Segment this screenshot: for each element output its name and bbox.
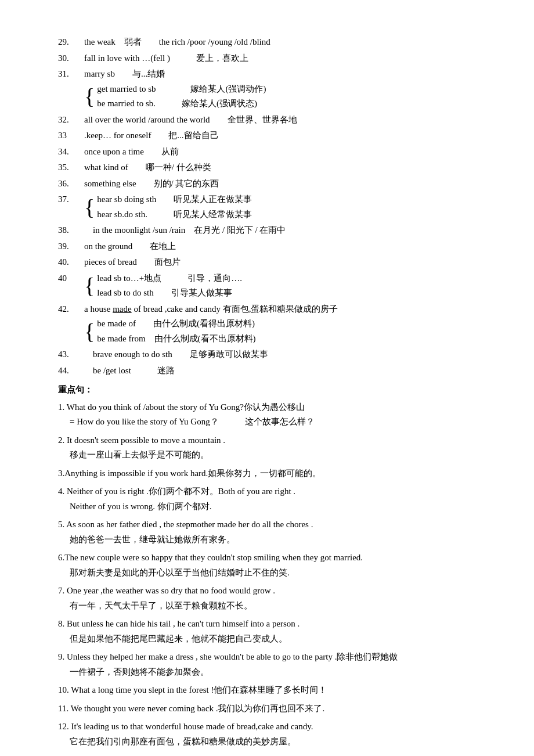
list-item: 30. fall in love with …(fell ) 爱上，喜欢上 (58, 51, 488, 66)
sentence-item: 10. What a long time you slept in the fo… (58, 683, 488, 698)
sentence-cn: 它在把我们引向那座有面包，蛋糕和糖果做成的美妙房屋。 (70, 735, 488, 750)
item-text: in the moonlight /sun /rain 在月光 / 阳光下 / … (84, 223, 488, 238)
list-item: 33 .keep… for oneself 把...留给自己 (58, 128, 488, 143)
sentence-en: 9. Unless they helped her make a dress ,… (58, 650, 488, 665)
list-item: 44. be /get lost 迷路 (58, 363, 488, 379)
sentence-cn: 有一年，天气太干旱了，以至于粮食颗粒不长。 (70, 599, 488, 614)
item-text: be /get lost 迷路 (84, 363, 488, 379)
item-number: 36. (58, 177, 84, 192)
item-number: 42. (58, 302, 84, 347)
item-text: pieces of bread 面包片 (84, 255, 488, 270)
item-number: 40 (58, 271, 84, 301)
item-text: marry sb 与...结婚 { get married to sb 嫁给某人… (84, 67, 488, 111)
sentence-cn: 那对新夫妻是如此的开心以至于当他们结婚时止不住的笑. (70, 566, 488, 581)
sentence-item: 5. As soon as her father died , the step… (58, 517, 488, 547)
item-number: 44. (58, 363, 84, 379)
sentence-item: 7. One year ,the weather was so dry that… (58, 584, 488, 613)
section-title: 重点句： (58, 383, 488, 398)
list-item: 34. once upon a time 从前 (58, 145, 488, 160)
sentence-cn: 她的爸爸一去世，继母就让她做所有家务。 (70, 532, 488, 548)
item-text: once upon a time 从前 (84, 145, 488, 160)
sentence-cn: 但是如果他不能把尾巴藏起来，他就不能把自己变成人。 (70, 632, 488, 647)
sentence-en: 8. But unless he can hide his tail , he … (58, 617, 488, 632)
item-text: { hear sb doing sth 听见某人正在做某事 hear sb.do… (84, 192, 488, 222)
item-text: fall in love with …(fell ) 爱上，喜欢上 (84, 51, 488, 66)
item-text: all over the world /around the world 全世界… (84, 113, 488, 128)
item-number: 40. (58, 255, 84, 270)
sentence-en: 5. As soon as her father died , the step… (58, 517, 488, 532)
list-item: 40. pieces of bread 面包片 (58, 255, 488, 270)
list-item: 37. { hear sb doing sth 听见某人正在做某事 hear s… (58, 192, 488, 222)
item-text: what kind of 哪一种/ 什么种类 (84, 160, 488, 175)
list-item: 39. on the ground 在地上 (58, 239, 488, 254)
sentence-en: 12. It's leading us to that wonderful ho… (58, 719, 488, 735)
item-number: 33 (58, 128, 84, 143)
sentence-en: 3.Anything is impossible if you work har… (58, 466, 488, 481)
sentence-item: 2. It doesn't seem possible to move a mo… (58, 433, 488, 463)
item-number: 37. (58, 192, 84, 222)
item-text: on the ground 在地上 (84, 239, 488, 254)
sentence-item: 4. Neither of you is right .你们两个都不对。Both… (58, 484, 488, 514)
sentence-en: 2. It doesn't seem possible to move a mo… (58, 433, 488, 448)
item-number: 35. (58, 160, 84, 175)
sentence-en: 11. We thought you were never coming bac… (58, 701, 488, 717)
item-number: 34. (58, 145, 84, 160)
sentence-en: 6.The new couple were so happy that they… (58, 550, 488, 566)
item-number: 39. (58, 239, 84, 254)
item-number: 32. (58, 113, 84, 128)
item-number: 30. (58, 51, 84, 66)
sentence-item: 11. We thought you were never coming bac… (58, 701, 488, 717)
sentence-item: 8. But unless he can hide his tail , he … (58, 617, 488, 646)
list-item: 36. something else 别的/ 其它的东西 (58, 177, 488, 192)
sentence-item: 12. It's leading us to that wonderful ho… (58, 719, 488, 749)
list-item: 43. brave enough to do sth 足够勇敢可以做某事 (58, 347, 488, 362)
item-text: a house made of bread ,cake and candy 有面… (84, 302, 488, 347)
item-text: something else 别的/ 其它的东西 (84, 177, 488, 192)
item-number: 31. (58, 67, 84, 111)
list-item: 35. what kind of 哪一种/ 什么种类 (58, 160, 488, 175)
sentence-en: 4. Neither of you is right .你们两个都不对。Both… (58, 484, 488, 499)
sentence-cn: 移走一座山看上去似乎是不可能的。 (70, 448, 488, 463)
sentence-en2: 一件裙子，否则她将不能参加聚会。 (70, 665, 488, 680)
item-text: { lead sb to…+地点 引导，通向…. lead sb to do s… (84, 271, 488, 301)
item-number: 43. (58, 347, 84, 362)
list-item: 31. marry sb 与...结婚 { get married to sb … (58, 67, 488, 111)
item-text: .keep… for oneself 把...留给自己 (84, 128, 488, 143)
item-text: the weak 弱者 the rich /poor /young /old /… (84, 35, 488, 50)
main-content: 29. the weak 弱者 the rich /poor /young /o… (58, 35, 488, 756)
item-number: 29. (58, 35, 84, 50)
item-text: brave enough to do sth 足够勇敢可以做某事 (84, 347, 488, 362)
list-item: 38. in the moonlight /sun /rain 在月光 / 阳光… (58, 223, 488, 238)
sentence-item: 1. What do you think of /about the story… (58, 400, 488, 430)
sentence-item: 3.Anything is impossible if you work har… (58, 466, 488, 481)
sentence-en: 7. One year ,the weather was so dry that… (58, 584, 488, 599)
sentence-en: 10. What a long time you slept in the fo… (58, 683, 488, 698)
sentence-en: 1. What do you think of /about the story… (58, 400, 488, 415)
list-item: 42. a house made of bread ,cake and cand… (58, 302, 488, 347)
sentence-item: 9. Unless they helped her make a dress ,… (58, 650, 488, 679)
sentence-en2: = How do you like the story of Yu Gong？ … (70, 415, 488, 430)
list-item: 40 { lead sb to…+地点 引导，通向…. lead sb to d… (58, 271, 488, 301)
sentence-item: 6.The new couple were so happy that they… (58, 550, 488, 580)
sentence-en2: Neither of you is wrong. 你们两个都对. (70, 499, 488, 514)
list-item: 32. all over the world /around the world… (58, 113, 488, 128)
item-number: 38. (58, 223, 84, 238)
list-item: 29. the weak 弱者 the rich /poor /young /o… (58, 35, 488, 50)
